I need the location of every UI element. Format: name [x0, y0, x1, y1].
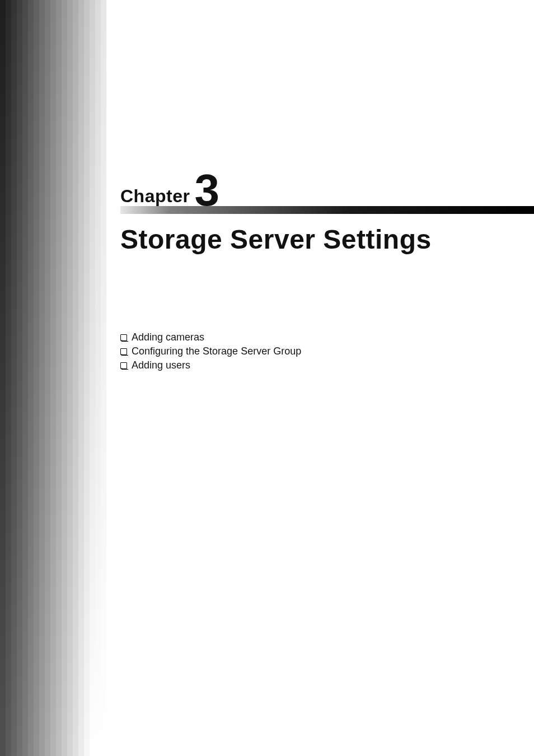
- left-band-bar: [50, 0, 56, 756]
- left-band-bar: [17, 0, 22, 756]
- chapter-label: Chapter: [120, 186, 190, 207]
- left-band-bar: [22, 0, 28, 756]
- bullet-icon: [120, 334, 127, 341]
- toc-item: Adding cameras: [120, 332, 301, 343]
- left-band-bar: [101, 0, 106, 756]
- toc-item-text: Configuring the Storage Server Group: [132, 346, 301, 357]
- left-band-bar: [62, 0, 67, 756]
- content-area: Chapter 3 Storage Server Settings Adding…: [120, 0, 534, 756]
- toc-list: Adding cameras Configuring the Storage S…: [120, 329, 301, 374]
- left-band-bar: [73, 0, 78, 756]
- left-band-bar: [34, 0, 39, 756]
- left-band-bar: [78, 0, 84, 756]
- left-gradient-band: [0, 0, 106, 756]
- toc-item: Configuring the Storage Server Group: [120, 346, 301, 357]
- left-band-bar: [90, 0, 95, 756]
- left-band-bar: [0, 0, 6, 756]
- left-band-bar: [95, 0, 101, 756]
- left-band-bar: [84, 0, 90, 756]
- chapter-number: 3: [194, 171, 219, 209]
- left-band-bar: [39, 0, 45, 756]
- toc-item: Adding users: [120, 360, 301, 371]
- chapter-title: Storage Server Settings: [120, 224, 432, 255]
- toc-item-text: Adding cameras: [132, 332, 204, 343]
- horizontal-rule: [120, 206, 534, 214]
- bullet-icon: [120, 362, 127, 369]
- left-band-bar: [6, 0, 11, 756]
- left-band-bar: [11, 0, 17, 756]
- left-band-bar: [28, 0, 34, 756]
- left-band-bar: [56, 0, 62, 756]
- bullet-icon: [120, 348, 127, 355]
- left-band-bar: [67, 0, 73, 756]
- toc-item-text: Adding users: [132, 360, 190, 371]
- chapter-line: Chapter 3: [120, 168, 219, 207]
- left-band-bar: [45, 0, 50, 756]
